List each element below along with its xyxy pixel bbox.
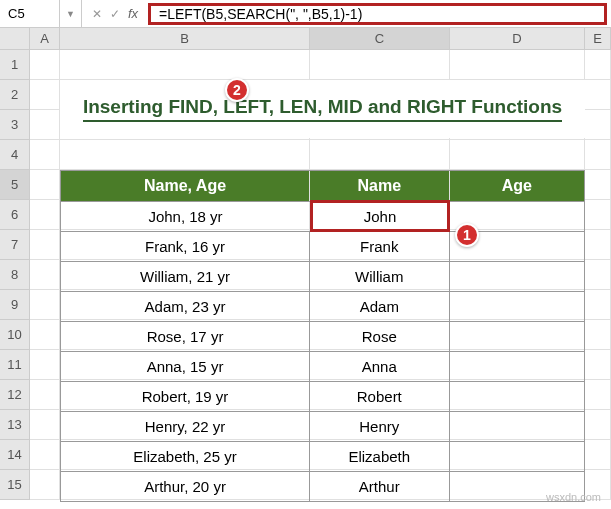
fx-icon[interactable]: fx [128, 6, 138, 21]
cell[interactable] [585, 290, 611, 320]
cell[interactable]: Arthur [310, 471, 449, 501]
cell[interactable] [450, 140, 585, 170]
cell[interactable]: Elizabeth, 25 yr [61, 441, 310, 471]
cell[interactable] [30, 410, 60, 440]
cell[interactable] [450, 351, 584, 381]
cell[interactable]: Anna, 15 yr [61, 351, 310, 381]
cancel-icon[interactable]: ✕ [92, 7, 102, 21]
cell[interactable] [30, 140, 60, 170]
table-row: Robert, 19 yr Robert [61, 381, 584, 411]
cell[interactable] [585, 230, 611, 260]
enter-icon[interactable]: ✓ [110, 7, 120, 21]
cell[interactable]: Robert, 19 yr [61, 381, 310, 411]
cell[interactable] [30, 80, 60, 110]
cell[interactable]: Frank [310, 231, 449, 261]
cell[interactable] [585, 50, 611, 80]
cell[interactable] [585, 200, 611, 230]
header-name-age[interactable]: Name, Age [61, 171, 310, 201]
row-header[interactable]: 8 [0, 260, 30, 290]
cell[interactable]: William [310, 261, 449, 291]
cell[interactable] [585, 170, 611, 200]
row-header[interactable]: 2 [0, 80, 30, 110]
cell[interactable] [585, 80, 611, 110]
cell[interactable]: Adam, 23 yr [61, 291, 310, 321]
cell[interactable]: Elizabeth [310, 441, 449, 471]
cell[interactable] [585, 440, 611, 470]
cell[interactable] [30, 170, 60, 200]
row-header[interactable]: 12 [0, 380, 30, 410]
header-name[interactable]: Name [310, 171, 449, 201]
col-header-B[interactable]: B [60, 28, 310, 49]
row-header[interactable]: 9 [0, 290, 30, 320]
col-header-A[interactable]: A [30, 28, 60, 49]
row-header[interactable]: 7 [0, 230, 30, 260]
cell[interactable]: Robert [310, 381, 449, 411]
spreadsheet-grid: A B C D E 1 2 3 4 5 6 7 8 9 10 11 12 13 … [0, 28, 611, 500]
cell[interactable] [30, 290, 60, 320]
cell[interactable] [585, 380, 611, 410]
cell[interactable] [60, 140, 310, 170]
name-box[interactable]: C5 [0, 0, 60, 27]
cell[interactable] [585, 140, 611, 170]
cell[interactable]: Henry [310, 411, 449, 441]
chevron-down-icon: ▼ [66, 9, 75, 19]
row-header[interactable]: 14 [0, 440, 30, 470]
cell[interactable] [585, 350, 611, 380]
row-header[interactable]: 11 [0, 350, 30, 380]
cell[interactable] [30, 260, 60, 290]
cell[interactable] [585, 260, 611, 290]
cell[interactable] [450, 321, 584, 351]
col-header-E[interactable]: E [585, 28, 611, 49]
cell[interactable]: William, 21 yr [61, 261, 310, 291]
cell[interactable] [450, 381, 584, 411]
col-header-D[interactable]: D [450, 28, 585, 49]
cell[interactable] [585, 410, 611, 440]
select-all-corner[interactable] [0, 28, 30, 49]
cell[interactable] [30, 440, 60, 470]
cell[interactable]: John, 18 yr [61, 201, 311, 231]
row-header[interactable]: 4 [0, 140, 30, 170]
row-header[interactable]: 5 [0, 170, 30, 200]
row-header[interactable]: 1 [0, 50, 30, 80]
cell[interactable] [585, 320, 611, 350]
table-row: Arthur, 20 yr Arthur [61, 471, 584, 501]
row-header[interactable]: 6 [0, 200, 30, 230]
cell[interactable]: Henry, 22 yr [61, 411, 310, 441]
row-header[interactable]: 10 [0, 320, 30, 350]
formula-input[interactable]: =LEFT(B5,SEARCH(", ",B5,1)-1) [148, 3, 607, 25]
col-header-C[interactable]: C [310, 28, 450, 49]
cell[interactable] [30, 320, 60, 350]
cell[interactable] [30, 230, 60, 260]
cell[interactable]: Rose [310, 321, 449, 351]
row-header[interactable]: 3 [0, 110, 30, 140]
cell[interactable] [30, 200, 60, 230]
cell[interactable] [30, 350, 60, 380]
table-row: Frank, 16 yr Frank [61, 231, 584, 261]
cell[interactable] [450, 411, 584, 441]
table-row: John, 18 yr John [61, 201, 584, 231]
cell[interactable] [30, 470, 60, 500]
cell[interactable] [450, 50, 585, 80]
cell[interactable] [585, 110, 611, 140]
row-header[interactable]: 15 [0, 470, 30, 500]
cell[interactable] [450, 261, 584, 291]
sheet-title-area: Inserting FIND, LEFT, LEN, MID and RIGHT… [60, 80, 585, 138]
cell[interactable] [30, 50, 60, 80]
cell[interactable] [30, 110, 60, 140]
cell[interactable]: Adam [310, 291, 449, 321]
cell[interactable] [310, 140, 450, 170]
cell[interactable]: Frank, 16 yr [61, 231, 310, 261]
cell[interactable] [60, 50, 310, 80]
header-age[interactable]: Age [450, 171, 584, 201]
cell[interactable]: Anna [310, 351, 449, 381]
cell-active[interactable]: John [310, 200, 450, 232]
cell[interactable] [30, 380, 60, 410]
cell[interactable]: Rose, 17 yr [61, 321, 310, 351]
table-row: Rose, 17 yr Rose [61, 321, 584, 351]
cell[interactable] [450, 291, 584, 321]
cell[interactable] [310, 50, 450, 80]
row-header[interactable]: 13 [0, 410, 30, 440]
cell[interactable] [450, 441, 584, 471]
name-box-dropdown[interactable]: ▼ [60, 0, 82, 27]
cell[interactable]: Arthur, 20 yr [61, 471, 310, 501]
